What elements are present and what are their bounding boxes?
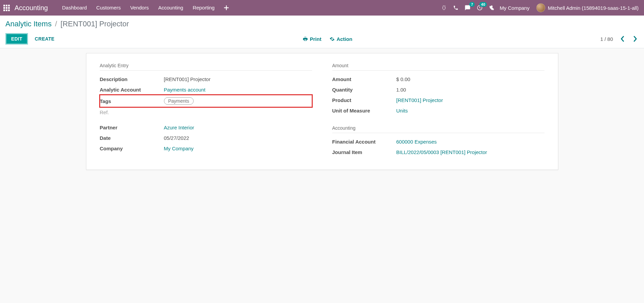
top-nav: Accounting Dashboard Customers Vendors A…	[0, 0, 644, 16]
pager-next[interactable]	[632, 36, 639, 42]
col-right: Amount Amount $ 0.00 Quantity 1.00 Produ…	[332, 63, 544, 157]
section-accounting: Accounting	[332, 125, 544, 133]
user-name: Mitchell Admin (15894019-saas-15-1-all)	[548, 5, 639, 11]
value-uom[interactable]: Units	[396, 108, 408, 113]
value-financial-account[interactable]: 600000 Expenses	[396, 139, 437, 145]
breadcrumb-parent[interactable]: Analytic Items	[5, 20, 52, 28]
pager-prev[interactable]	[619, 36, 626, 42]
edit-button[interactable]: EDIT	[5, 33, 28, 45]
nav-customers[interactable]: Customers	[91, 0, 125, 16]
chevron-left-icon	[620, 36, 624, 42]
activities-badge: 40	[479, 2, 487, 7]
nav-add[interactable]	[219, 5, 233, 10]
bug-icon[interactable]	[441, 5, 447, 11]
form-view: Analytic Entry Description [RENT001] Pro…	[0, 48, 644, 183]
chevron-right-icon	[633, 36, 637, 42]
label-partner: Partner	[100, 122, 164, 133]
row-amount: Amount $ 0.00	[332, 74, 544, 84]
label-ref: Ref.	[100, 107, 164, 118]
nav-reporting[interactable]: Reporting	[188, 0, 219, 16]
label-analytic-account: Analytic Account	[100, 84, 164, 95]
control-panel: Analytic Items / [RENT001] Projector EDI…	[0, 16, 644, 48]
row-uom: Unit of Measure Units	[332, 105, 544, 116]
value-partner[interactable]: Azure Interior	[164, 125, 194, 130]
value-description: [RENT001] Projector	[164, 74, 312, 84]
print-button[interactable]: Print	[303, 36, 321, 42]
label-product: Product	[332, 95, 396, 105]
row-partner: Partner Azure Interior	[100, 122, 312, 133]
label-uom: Unit of Measure	[332, 105, 396, 116]
label-financial-account: Financial Account	[332, 136, 396, 147]
tools-icon[interactable]	[489, 5, 495, 11]
form-sheet: Analytic Entry Description [RENT001] Pro…	[86, 53, 558, 170]
value-analytic-account[interactable]: Payments account	[164, 87, 205, 93]
label-company: Company	[100, 143, 164, 154]
row-company: Company My Company	[100, 143, 312, 154]
nav-vendors[interactable]: Vendors	[125, 0, 153, 16]
value-date: 05/27/2022	[164, 133, 312, 143]
section-analytic-entry: Analytic Entry	[100, 63, 312, 71]
tag-payments[interactable]: Payments	[164, 97, 194, 105]
value-product[interactable]: [RENT001] Projector	[396, 97, 443, 103]
label-description: Description	[100, 74, 164, 84]
section-amount: Amount	[332, 63, 544, 71]
row-quantity: Quantity 1.00	[332, 84, 544, 95]
messages-icon[interactable]: 7	[465, 5, 471, 11]
label-tags: Tags	[100, 95, 164, 107]
nav-accounting[interactable]: Accounting	[153, 0, 188, 16]
plus-icon	[224, 5, 229, 10]
label-quantity: Quantity	[332, 84, 396, 95]
row-tags: Tags Payments	[100, 95, 312, 107]
label-date: Date	[100, 133, 164, 143]
create-button[interactable]: CREATE	[35, 36, 54, 42]
value-journal-item[interactable]: BILL/2022/05/0003 [RENT001] Projector	[396, 149, 487, 155]
pager[interactable]: 1 / 80	[600, 36, 613, 42]
apps-icon[interactable]	[3, 5, 10, 11]
action-button[interactable]: Action	[330, 36, 353, 42]
gear-icon	[330, 36, 335, 42]
row-product: Product [RENT001] Projector	[332, 95, 544, 105]
value-company[interactable]: My Company	[164, 146, 194, 151]
activities-icon[interactable]: 40	[477, 5, 483, 11]
label-journal-item: Journal Item	[332, 147, 396, 157]
avatar	[536, 3, 545, 12]
app-name[interactable]: Accounting	[15, 4, 48, 12]
row-analytic-account: Analytic Account Payments account	[100, 84, 312, 95]
user-menu[interactable]: Mitchell Admin (15894019-saas-15-1-all)	[534, 3, 641, 12]
row-date: Date 05/27/2022	[100, 133, 312, 143]
row-journal-item: Journal Item BILL/2022/05/0003 [RENT001]…	[332, 147, 544, 157]
label-amount: Amount	[332, 74, 396, 84]
row-financial-account: Financial Account 600000 Expenses	[332, 136, 544, 147]
breadcrumb: Analytic Items / [RENT001] Projector	[5, 20, 639, 28]
systray: 7 40	[441, 5, 495, 11]
col-analytic-entry: Analytic Entry Description [RENT001] Pro…	[100, 63, 312, 157]
messages-badge: 7	[469, 2, 475, 7]
value-ref	[164, 107, 312, 118]
phone-icon[interactable]	[453, 5, 458, 10]
value-quantity: 1.00	[396, 84, 544, 95]
value-amount: $ 0.00	[396, 74, 544, 84]
row-description: Description [RENT001] Projector	[100, 74, 312, 84]
breadcrumb-current: [RENT001] Projector	[60, 20, 129, 28]
company-switcher[interactable]: My Company	[495, 5, 534, 11]
row-ref: Ref.	[100, 107, 312, 118]
nav-dashboard[interactable]: Dashboard	[57, 0, 91, 16]
print-icon	[303, 36, 308, 42]
